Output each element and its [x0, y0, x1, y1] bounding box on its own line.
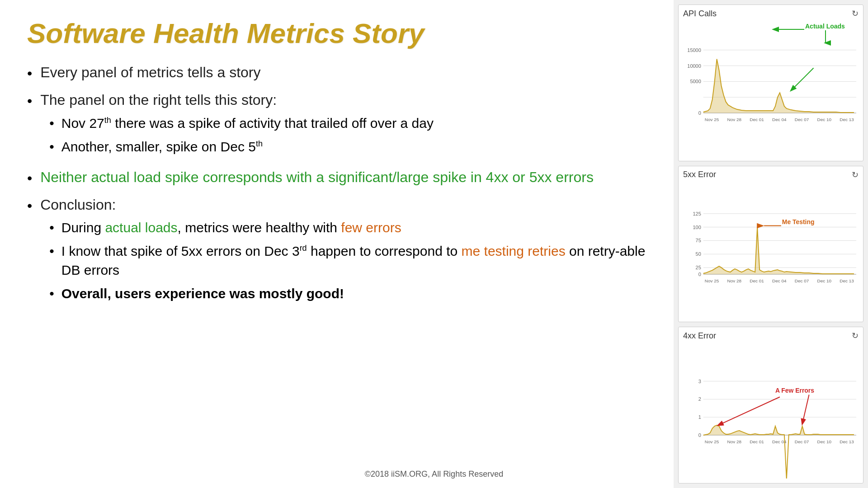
- footer: ©2018 iiSM.ORG, All Rights Reserved: [365, 469, 503, 479]
- sub-list-1: Nov 27th there was a spike of activity t…: [49, 114, 434, 156]
- svg-line-64: [718, 397, 780, 426]
- conclusion-1: During actual loads, metrics were health…: [49, 218, 651, 237]
- sub-bullet-2-text: Another, smaller, spike on Dec 5th: [61, 137, 263, 156]
- api-calls-refresh-icon[interactable]: ↻: [852, 9, 859, 19]
- 5xx-error-header: 5xx Error ↻: [683, 170, 859, 180]
- sub-bullet-1: Nov 27th there was a spike of activity t…: [49, 114, 434, 133]
- 5xx-svg: 125 100 75 50 25 0 Nov 25 Nov 28 Dec 01 …: [683, 182, 859, 318]
- svg-text:Dec 10: Dec 10: [817, 278, 831, 283]
- 4xx-error-header: 4xx Error ↻: [683, 331, 859, 341]
- conclusion-1-text: During actual loads, metrics were health…: [61, 218, 401, 237]
- svg-text:75: 75: [696, 238, 701, 243]
- bullet-1-text: Every panel of metrics tells a story: [40, 62, 260, 83]
- svg-text:Dec 10: Dec 10: [817, 117, 831, 122]
- svg-text:Nov 28: Nov 28: [727, 117, 741, 122]
- page-title: Software Health Metrics Story: [27, 18, 651, 49]
- svg-line-22: [791, 68, 814, 91]
- 4xx-svg: 3 2 1 0 Nov 25 Nov 28 Dec 01 Dec 04 Dec …: [683, 343, 859, 479]
- svg-text:125: 125: [693, 211, 701, 216]
- conclusion-3: Overall, users experience was mostly goo…: [49, 284, 651, 303]
- conclusion-3-text: Overall, users experience was mostly goo…: [61, 284, 344, 303]
- svg-text:0: 0: [698, 110, 701, 116]
- svg-text:Nov 25: Nov 25: [705, 439, 719, 444]
- 4xx-refresh-icon[interactable]: ↻: [852, 331, 859, 341]
- svg-text:Dec 07: Dec 07: [795, 439, 809, 444]
- 5xx-error-panel: 5xx Error ↻ 125 100 75 50 25 0 Nov 25: [678, 166, 863, 323]
- svg-text:Dec 01: Dec 01: [750, 117, 764, 122]
- svg-marker-62: [703, 426, 854, 436]
- svg-text:Dec 10: Dec 10: [817, 439, 831, 444]
- bullet-1: Every panel of metrics tells a story: [27, 62, 651, 84]
- right-panel: API Calls ↻ Actual Loads: [674, 0, 868, 488]
- 4xx-error-title: 4xx Error: [683, 331, 716, 341]
- svg-text:Dec 07: Dec 07: [795, 278, 809, 283]
- svg-text:Dec 13: Dec 13: [840, 278, 854, 283]
- 4xx-chart-area: 3 2 1 0 Nov 25 Nov 28 Dec 01 Dec 04 Dec …: [683, 343, 859, 479]
- svg-text:1: 1: [698, 415, 701, 420]
- svg-text:10000: 10000: [687, 63, 701, 69]
- svg-text:0: 0: [698, 272, 701, 277]
- 5xx-chart-area: 125 100 75 50 25 0 Nov 25 Nov 28 Dec 01 …: [683, 182, 859, 318]
- svg-text:100: 100: [693, 224, 701, 230]
- bullet-2-text: The panel on the right tells this story:: [40, 92, 277, 108]
- svg-text:Dec 01: Dec 01: [750, 278, 764, 283]
- 5xx-refresh-icon[interactable]: ↻: [852, 170, 859, 180]
- sub-bullet-2: Another, smaller, spike on Dec 5th: [49, 137, 434, 156]
- bullet-3: Neither actual load spike corresponds wi…: [27, 167, 651, 188]
- svg-text:Dec 04: Dec 04: [772, 117, 787, 122]
- svg-text:2: 2: [698, 397, 701, 402]
- api-calls-title: API Calls: [683, 9, 717, 19]
- main-bullet-list: Every panel of metrics tells a story The…: [27, 62, 651, 314]
- svg-text:15000: 15000: [687, 47, 701, 53]
- svg-marker-21: [703, 59, 854, 113]
- svg-text:Dec 13: Dec 13: [840, 439, 854, 444]
- left-panel: Software Health Metrics Story Every pane…: [0, 0, 674, 488]
- bullet-4-text: Conclusion:: [40, 197, 116, 213]
- sub-list-2: During actual loads, metrics were health…: [49, 218, 651, 303]
- svg-text:Dec 01: Dec 01: [750, 439, 764, 444]
- svg-text:0: 0: [698, 432, 701, 438]
- svg-marker-43: [703, 227, 854, 274]
- svg-text:Nov 28: Nov 28: [727, 439, 741, 444]
- svg-text:Nov 28: Nov 28: [727, 278, 741, 283]
- api-calls-header: API Calls ↻: [683, 9, 859, 19]
- svg-text:5000: 5000: [690, 79, 701, 84]
- svg-text:Dec 07: Dec 07: [795, 117, 809, 122]
- bullet-3-text: Neither actual load spike corresponds wi…: [40, 167, 594, 188]
- 4xx-error-panel: 4xx Error ↻ 3 2 1 0 Nov 25 Nov 28 Dec 01…: [678, 327, 863, 483]
- conclusion-2: I know that spike of 5xx errors on Dec 3…: [49, 242, 651, 280]
- svg-text:25: 25: [696, 265, 701, 270]
- svg-text:50: 50: [696, 251, 701, 257]
- api-calls-chart-area: Actual Loads: [683, 20, 859, 156]
- 5xx-error-title: 5xx Error: [683, 170, 716, 179]
- bullet-4-content: Conclusion: During actual loads, metrics…: [40, 195, 651, 308]
- svg-text:Nov 25: Nov 25: [705, 278, 719, 283]
- svg-text:A Few Errors: A Few Errors: [775, 387, 814, 394]
- api-calls-panel: API Calls ↻ Actual Loads: [678, 5, 863, 161]
- conclusion-2-text: I know that spike of 5xx errors on Dec 3…: [61, 242, 651, 280]
- svg-text:Me Testing: Me Testing: [782, 218, 815, 225]
- bullet-4: Conclusion: During actual loads, metrics…: [27, 195, 651, 308]
- bullet-2: The panel on the right tells this story:…: [27, 90, 651, 161]
- svg-text:Actual Loads: Actual Loads: [805, 23, 845, 30]
- svg-text:Dec 04: Dec 04: [772, 278, 787, 283]
- sub-bullet-1-text: Nov 27th there was a spike of activity t…: [61, 114, 434, 133]
- svg-text:Nov 25: Nov 25: [705, 117, 719, 122]
- svg-text:3: 3: [698, 379, 701, 384]
- bullet-2-content: The panel on the right tells this story:…: [40, 90, 434, 161]
- svg-text:Dec 13: Dec 13: [840, 117, 854, 122]
